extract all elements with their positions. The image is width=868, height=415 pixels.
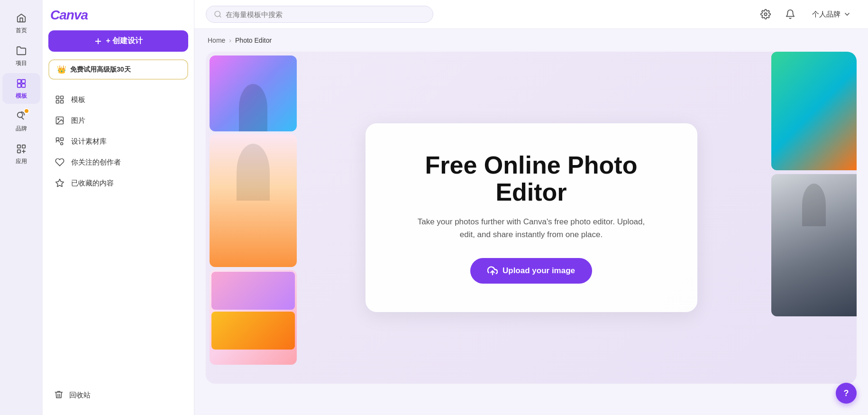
templates-icon bbox=[15, 77, 28, 90]
sidebar-item-home-label: 首页 bbox=[16, 27, 27, 35]
svg-point-17 bbox=[58, 119, 59, 120]
nav-saved-label: 已收藏的内容 bbox=[71, 179, 114, 188]
nav-item-trash[interactable]: 回收站 bbox=[48, 385, 188, 406]
help-button[interactable]: ? bbox=[836, 383, 857, 404]
breadcrumb-home[interactable]: Home bbox=[208, 37, 225, 44]
trial-label: 免费试用高级版30天 bbox=[70, 65, 131, 74]
svg-rect-0 bbox=[18, 80, 21, 83]
hero-card: Free Online Photo Editor Take your photo… bbox=[365, 123, 697, 313]
sidebar-item-brand-label: 品牌 bbox=[16, 125, 27, 133]
svg-rect-12 bbox=[56, 96, 59, 99]
brand-label: 个人品牌 bbox=[812, 10, 841, 19]
upload-btn-label: Upload your image bbox=[503, 266, 575, 276]
svg-rect-18 bbox=[56, 138, 59, 141]
sidebar-item-apps-label: 应用 bbox=[16, 157, 27, 166]
brand-button[interactable]: 个人品牌 bbox=[806, 7, 857, 22]
projects-icon bbox=[15, 44, 28, 57]
sidebar: 首页 项目 模板 品牌 bbox=[0, 0, 43, 415]
gear-icon bbox=[760, 9, 771, 19]
templates-nav-icon bbox=[54, 94, 65, 105]
nav-assets-label: 设计素材库 bbox=[71, 137, 107, 146]
create-design-button[interactable]: + 创建设计 bbox=[48, 30, 188, 52]
photo-card-1 bbox=[210, 55, 297, 131]
photo-collage-right bbox=[771, 52, 857, 384]
nav-item-templates[interactable]: 模板 bbox=[48, 89, 188, 110]
hero-title: Free Online Photo Editor bbox=[403, 152, 659, 206]
crown-icon: 👑 bbox=[57, 65, 66, 74]
upload-image-button[interactable]: Upload your image bbox=[470, 258, 592, 284]
photo-card-3 bbox=[210, 270, 297, 365]
search-icon bbox=[214, 10, 222, 18]
svg-point-23 bbox=[764, 13, 767, 16]
sidebar-item-home[interactable]: 首页 bbox=[2, 8, 40, 38]
photo-right-1 bbox=[771, 52, 857, 170]
photo-collage-left bbox=[206, 52, 301, 384]
nav-following-label: 你关注的创作者 bbox=[71, 158, 121, 167]
hero-subtitle: Take your photos further with Canva's fr… bbox=[413, 215, 650, 241]
settings-button[interactable] bbox=[757, 6, 774, 23]
svg-rect-1 bbox=[22, 80, 25, 83]
notification-button[interactable] bbox=[782, 6, 799, 23]
svg-rect-13 bbox=[61, 96, 64, 99]
trial-button[interactable]: 👑 免费试用高级版30天 bbox=[48, 59, 188, 80]
saved-nav-icon bbox=[54, 177, 65, 189]
photo-right-2 bbox=[771, 174, 857, 316]
bell-icon bbox=[785, 9, 795, 19]
search-input[interactable] bbox=[226, 10, 425, 18]
apps-icon bbox=[15, 142, 28, 156]
nav-images-label: 图片 bbox=[71, 116, 85, 125]
nav-templates-label: 模板 bbox=[71, 95, 85, 104]
trash-label: 回收站 bbox=[69, 391, 91, 400]
sidebar-item-projects[interactable]: 项目 bbox=[2, 40, 40, 71]
nav-item-images[interactable]: 图片 bbox=[48, 110, 188, 131]
nav-item-following[interactable]: 你关注的创作者 bbox=[48, 152, 188, 173]
canva-logo: Canva bbox=[48, 8, 188, 23]
nav-item-assets[interactable]: 设计素材库 bbox=[48, 131, 188, 152]
svg-rect-19 bbox=[61, 138, 64, 141]
svg-rect-6 bbox=[22, 145, 25, 148]
svg-rect-14 bbox=[56, 101, 59, 103]
svg-point-4 bbox=[18, 112, 23, 118]
svg-rect-2 bbox=[18, 84, 21, 87]
images-nav-icon bbox=[54, 115, 65, 126]
sidebar-item-brand[interactable]: 品牌 bbox=[2, 106, 40, 137]
svg-rect-3 bbox=[22, 84, 25, 87]
breadcrumb-current: Photo Editor bbox=[235, 37, 272, 44]
hero-section: Free Online Photo Editor Take your photo… bbox=[206, 52, 857, 384]
breadcrumb-separator: › bbox=[229, 37, 231, 44]
breadcrumb: Home › Photo Editor bbox=[194, 29, 868, 52]
page-area: Home › Photo Editor bbox=[194, 29, 868, 415]
sidebar-item-projects-label: 项目 bbox=[16, 59, 27, 67]
svg-rect-7 bbox=[18, 150, 20, 153]
svg-line-22 bbox=[219, 16, 221, 17]
svg-rect-15 bbox=[61, 101, 64, 103]
help-label: ? bbox=[844, 388, 849, 398]
left-panel: Canva + 创建设计 👑 免费试用高级版30天 模板 bbox=[43, 0, 194, 415]
svg-rect-5 bbox=[18, 145, 20, 148]
upload-icon bbox=[487, 266, 498, 276]
sidebar-item-templates-label: 模板 bbox=[16, 92, 27, 100]
sidebar-item-templates[interactable]: 模板 bbox=[2, 73, 40, 104]
topbar: 个人品牌 bbox=[194, 0, 868, 29]
svg-marker-20 bbox=[56, 179, 64, 187]
assets-nav-icon bbox=[54, 136, 65, 147]
brand-icon bbox=[15, 110, 28, 123]
photo-card-2 bbox=[210, 134, 297, 267]
brand-badge bbox=[24, 108, 29, 114]
trash-icon bbox=[54, 390, 64, 401]
following-nav-icon bbox=[54, 157, 65, 168]
sidebar-item-apps[interactable]: 应用 bbox=[2, 138, 40, 169]
home-icon bbox=[15, 11, 28, 25]
search-bar[interactable] bbox=[206, 6, 433, 23]
nav-item-saved[interactable]: 已收藏的内容 bbox=[48, 173, 188, 194]
chevron-down-icon bbox=[843, 10, 851, 18]
topbar-right: 个人品牌 bbox=[757, 6, 857, 23]
main-content: 个人品牌 Home › Photo Editor bbox=[194, 0, 868, 415]
create-btn-label: + 创建设计 bbox=[106, 36, 143, 46]
